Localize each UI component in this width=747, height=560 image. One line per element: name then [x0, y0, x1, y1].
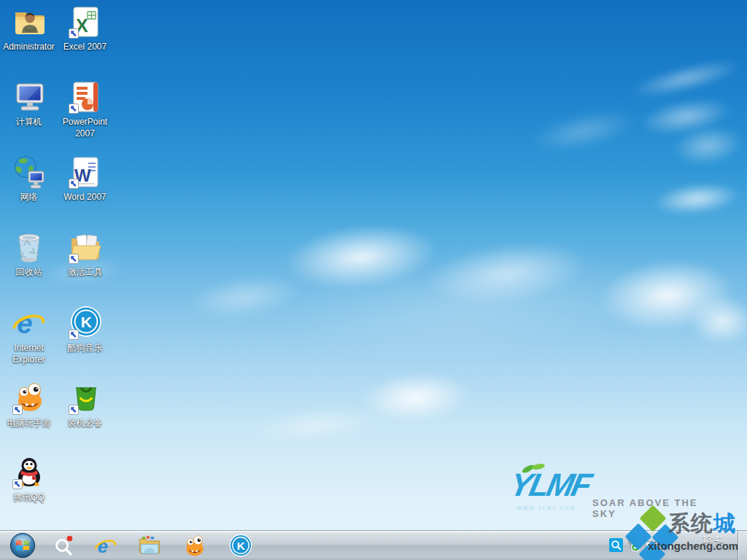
desktop-icon-label: 装机必备	[68, 418, 103, 429]
cloud	[165, 260, 324, 335]
recycle-bin-icon	[12, 230, 47, 265]
shopping-bag-icon	[68, 381, 103, 416]
taskbar-button-internet-explorer[interactable]	[89, 531, 123, 560]
network-globe-icon	[12, 155, 47, 190]
folder-documents-icon	[68, 230, 103, 265]
desktop-icon-label: 网络	[20, 192, 38, 203]
start-button[interactable]	[6, 531, 39, 560]
cloud	[393, 219, 621, 329]
desktop-icon-computer[interactable]: 计算机	[1, 79, 57, 128]
word-icon	[68, 155, 103, 190]
tray-usb-safe-remove-icon[interactable]	[625, 537, 640, 552]
desktop-background[interactable]: Administrator 计算机 网络 回收站 Internet Explor…	[0, 0, 747, 560]
internet-explorer-icon	[94, 534, 117, 557]
desktop-icon-label: 酷狗音乐	[68, 343, 103, 354]
cloud	[341, 359, 491, 435]
cloud	[608, 44, 747, 113]
taskbar-button-search-app[interactable]	[47, 531, 80, 560]
explorer-folder-icon	[137, 533, 162, 558]
tray-blue-search-icon[interactable]	[609, 538, 623, 552]
desktop-icon-label: Internet Explorer	[1, 343, 57, 365]
tray-volume-icon[interactable]	[658, 537, 673, 552]
taskbar-button-kugou-music[interactable]	[224, 531, 258, 560]
desktop-icon-label: 激活工具	[68, 267, 103, 279]
desktop-icon-word-2007[interactable]: Word 2007	[57, 155, 113, 203]
desktop-icon-essential-apps[interactable]: 装机必备	[57, 381, 113, 429]
desktop-icon-internet-explorer[interactable]: Internet Explorer	[1, 306, 57, 365]
taskbar-button-pc-mobile-games[interactable]	[178, 531, 212, 560]
taskbar-clock[interactable]: 13:41	[690, 534, 735, 545]
kugou-icon	[68, 306, 103, 341]
ylmf-tagline: SOAR ABOVE THE SKY	[592, 497, 713, 519]
desktop-icon-label: 电脑玩手游	[7, 418, 51, 429]
kugou-icon	[229, 534, 252, 557]
desktop-icon-excel-2007[interactable]: Excel 2007	[57, 4, 113, 53]
monster-game-icon	[183, 534, 206, 557]
desktop-icon-label: Excel 2007	[63, 42, 107, 53]
cloud	[657, 114, 747, 177]
desktop-icon-label: 腾讯QQ	[13, 492, 44, 504]
desktop-icon-tencent-qq[interactable]: 腾讯QQ	[1, 455, 57, 504]
show-desktop-button[interactable]	[738, 531, 747, 560]
cloud	[678, 288, 747, 354]
desktop-icon-kugou-music[interactable]: 酷狗音乐	[57, 306, 113, 354]
powerpoint-icon	[68, 79, 103, 114]
desktop-icon-activation-tool[interactable]: 激活工具	[57, 230, 113, 279]
desktop-icon-label: Administrator	[3, 42, 55, 53]
wallpaper-logo: YLMF WWW.YLMF.COM SOAR ABOVE THE SKY	[509, 465, 713, 513]
computer-icon	[12, 79, 47, 114]
cloud	[637, 173, 747, 225]
desktop-icon-label: 计算机	[16, 117, 42, 128]
desktop-icon-label: Word 2007	[63, 192, 106, 203]
tray-network-icon[interactable]	[645, 540, 654, 550]
desktop-icon-network[interactable]: 网络	[1, 155, 57, 203]
cloud	[232, 396, 403, 454]
desktop-icon-powerpoint-2007[interactable]: PowerPoint 2007	[57, 79, 113, 139]
cloud	[621, 85, 747, 149]
desktop-icon-administrator[interactable]: Administrator	[1, 4, 57, 53]
desktop-icon-label: PowerPoint 2007	[58, 117, 113, 139]
monster-game-icon	[12, 381, 47, 416]
cloud	[573, 240, 747, 350]
ylmf-logo-subtext: WWW.YLMF.COM	[516, 505, 576, 510]
cloud	[255, 205, 467, 310]
desktop-icon-label: 回收站	[16, 267, 42, 279]
taskbar-button-windows-explorer[interactable]	[133, 531, 166, 560]
cloud	[508, 95, 659, 168]
internet-explorer-icon	[12, 306, 47, 341]
search-icon	[51, 533, 76, 558]
taskbar: 13:41	[0, 530, 747, 560]
windows-orb-icon	[9, 532, 36, 559]
excel-icon	[68, 4, 103, 39]
cloud	[215, 223, 734, 389]
qq-penguin-icon	[12, 455, 47, 490]
desktop-icon-pc-mobile-games[interactable]: 电脑玩手游	[1, 381, 57, 429]
user-folder-icon	[12, 4, 47, 39]
desktop-icon-recycle-bin[interactable]: 回收站	[1, 230, 57, 279]
ylmf-logo-text: YLMF	[507, 467, 593, 503]
